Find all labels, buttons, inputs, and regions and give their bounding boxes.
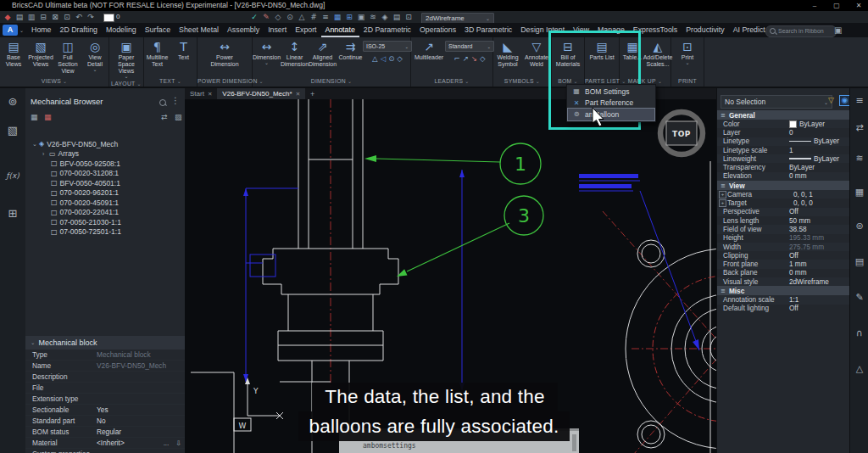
leader-remove-icon[interactable]: ↘ [471, 54, 477, 63]
render-materials-icon[interactable]: ⊚ [850, 221, 868, 232]
leader-add-icon[interactable]: ⌐ [454, 54, 460, 63]
new-tab-icon[interactable]: + [310, 90, 314, 98]
maximize-button[interactable]: ▢ [829, 0, 844, 11]
property-row[interactable]: NameV26-BFV-DN50_Mech [25, 361, 185, 372]
ordinate-dimension-icon[interactable]: ◇ [397, 54, 403, 63]
property-row[interactable]: Lens length50 mm [717, 216, 850, 225]
power-dimension-button[interactable]: ↔Power Dimension [203, 39, 247, 69]
group-label-symbols[interactable]: SYMBOLS⌄ [493, 77, 551, 87]
radius-dimension-icon[interactable]: ⊙ [388, 54, 394, 63]
tab-operations[interactable]: Operations [415, 23, 460, 37]
property-row[interactable]: LinetypeByLayer [717, 137, 850, 146]
property-row[interactable]: Field of view38.58 [717, 225, 850, 233]
linear-dimension-button[interactable]: ↕Linear Dimension [281, 39, 309, 69]
group-label-views[interactable]: VIEWS⌄ [0, 77, 108, 87]
material-load-icon[interactable]: ⇩ [175, 439, 181, 447]
tab-2d-parametric[interactable]: 2D Parametric [359, 23, 415, 37]
property-row[interactable]: Visual style2dWireframe [717, 277, 850, 286]
property-row[interactable]: Front plane1 mm [717, 260, 850, 268]
constraints-icon[interactable]: ⇄ [850, 122, 868, 133]
block-panel-header[interactable]: ⌄ Mechanical block [25, 336, 185, 350]
ellipsis-button[interactable]: ... [174, 450, 180, 453]
balloon-1[interactable]: 1 [364, 143, 541, 184]
group-label-text[interactable]: TEXT⌄ [144, 77, 197, 87]
selection-filter-select[interactable]: No Selection ⌄ [721, 95, 832, 109]
dimension-style-select[interactable]: ISO-25⌄ [363, 41, 412, 52]
bill-of-materials-button[interactable]: ⊟Bill of Materials [552, 39, 584, 69]
section-header-misc[interactable]: ≡Misc [717, 286, 850, 295]
menu-item-bom-settings[interactable]: ▦BOM Settings [568, 86, 654, 98]
tab-3d-parametric[interactable]: 3D Parametric [460, 23, 516, 37]
property-row[interactable]: Extension type [25, 394, 185, 405]
browser-filter-blocks-icon[interactable]: ▦ [31, 113, 38, 121]
undo-icon[interactable]: ↶ [73, 11, 85, 23]
aligned-dimension-button[interactable]: ⇗Aligned Dimension [309, 39, 337, 69]
property-row[interactable]: +Camera0, 0, 1 [717, 190, 850, 199]
close-button[interactable]: ✕ [851, 0, 866, 11]
plot-icon[interactable]: ⊡ [61, 11, 73, 23]
property-row[interactable]: Back plane0 mm [717, 269, 850, 277]
property-row-material[interactable]: Material <Inherit> ... ⇩ [25, 438, 185, 449]
doc-tab-start[interactable]: Start✕ [185, 88, 217, 99]
snap-toggle-icon[interactable]: ◇ [272, 11, 284, 23]
balloon-3[interactable]: 3 [397, 196, 543, 277]
property-row[interactable]: Annotation scale1:1 [717, 295, 850, 304]
minimize-button[interactable]: – [807, 0, 822, 11]
tab-expresstools[interactable]: ExpressTools [629, 23, 682, 37]
ruler-toggle-icon[interactable]: ≋ [367, 11, 379, 23]
diameter-dimension-icon[interactable]: ◁ [381, 54, 387, 63]
welding-symbol-button[interactable]: ◣Welding Symbol [493, 39, 522, 69]
group-label-print[interactable]: PRINT [671, 77, 704, 87]
tab-close-icon[interactable]: ✕ [208, 91, 212, 98]
property-row[interactable]: SectionableYes [25, 405, 185, 416]
group-label-power-dimension[interactable]: POWER DIMENSION⌄ [198, 77, 252, 87]
tree-root[interactable]: ⌄ ◈ V26-BFV-DN50_Mech [25, 139, 185, 149]
angular-dimension-icon[interactable]: △ [372, 54, 378, 63]
ribbon-search-input[interactable]: Search in Ribbon [765, 25, 837, 37]
tab-assembly[interactable]: Assembly [223, 23, 264, 37]
property-row[interactable]: PerspectiveOff [717, 208, 850, 216]
property-row[interactable]: TransparencyByLayer [717, 163, 850, 171]
cloud-icon[interactable]: ∩ [850, 327, 868, 338]
ortho-toggle-icon[interactable]: ≡ [320, 11, 331, 23]
view-orientation-widget[interactable]: TOP [660, 112, 703, 154]
tablet-toggle-icon[interactable]: ⊞ [343, 11, 355, 23]
property-row[interactable]: ColorByLayer [717, 120, 850, 128]
property-row[interactable]: Linetype scale1 [717, 146, 850, 154]
multileader-button[interactable]: ↗Multileader [411, 39, 447, 62]
property-row[interactable]: Custom properties ... [25, 449, 185, 453]
tab-home[interactable]: Home [27, 23, 55, 37]
visual-style-select[interactable]: 2dWireframe ⌄ [421, 13, 494, 24]
kebab-menu-icon[interactable]: ⋮ [171, 96, 180, 105]
command-scrollbar[interactable] [572, 434, 576, 451]
search-icon[interactable] [159, 99, 166, 106]
tab-sheet-metal[interactable]: Sheet Metal [175, 23, 223, 37]
tree-folder-arrays[interactable]: › ▭ Arrays [25, 149, 185, 159]
expander-icon[interactable]: + [719, 191, 726, 199]
browser-filter-red-icon[interactable]: ▦ [44, 113, 52, 121]
leader-align-icon[interactable]: ↗ [463, 54, 469, 63]
tab-ai-predict[interactable]: AI Predict [729, 23, 770, 37]
open-file-icon[interactable]: ▥ [25, 11, 37, 23]
ucs-toggle-icon[interactable]: ◈ [379, 11, 391, 23]
sketch-toggle-icon[interactable]: ✎ [260, 11, 272, 23]
annotate-monitor-icon[interactable]: ✎ [850, 292, 868, 303]
property-row[interactable]: Layer0 [717, 128, 850, 137]
property-row[interactable]: File [25, 383, 185, 394]
property-row[interactable]: +Target0, 0, 0 [717, 199, 850, 207]
projected-views-button[interactable]: ▧Projected Views [27, 39, 54, 69]
property-row[interactable]: Elevation0 mm [717, 172, 850, 181]
current-layer-value[interactable]: 0 [116, 11, 120, 23]
browser-sync-icon[interactable]: ⇄ [161, 113, 168, 121]
tree-item[interactable]: □070-0020-31208:1 [25, 169, 185, 179]
text-button[interactable]: TText [170, 39, 197, 62]
add-delete-scales-button[interactable]: ◭Add/Delete Scales... [645, 39, 670, 69]
property-row[interactable]: Default lightingOff [717, 305, 850, 313]
current-color-swatch[interactable] [103, 14, 114, 22]
blocks-panel-icon[interactable]: ⊞ [0, 207, 25, 220]
ribbon-panel-toggle-icon[interactable]: ▣ [834, 25, 842, 35]
tab-annotate[interactable]: Annotate [321, 23, 359, 37]
property-row[interactable]: BOM statusRegular [25, 427, 185, 438]
section-header-view[interactable]: ≡View [717, 181, 850, 190]
tab-productivity[interactable]: Productivity [682, 23, 728, 37]
